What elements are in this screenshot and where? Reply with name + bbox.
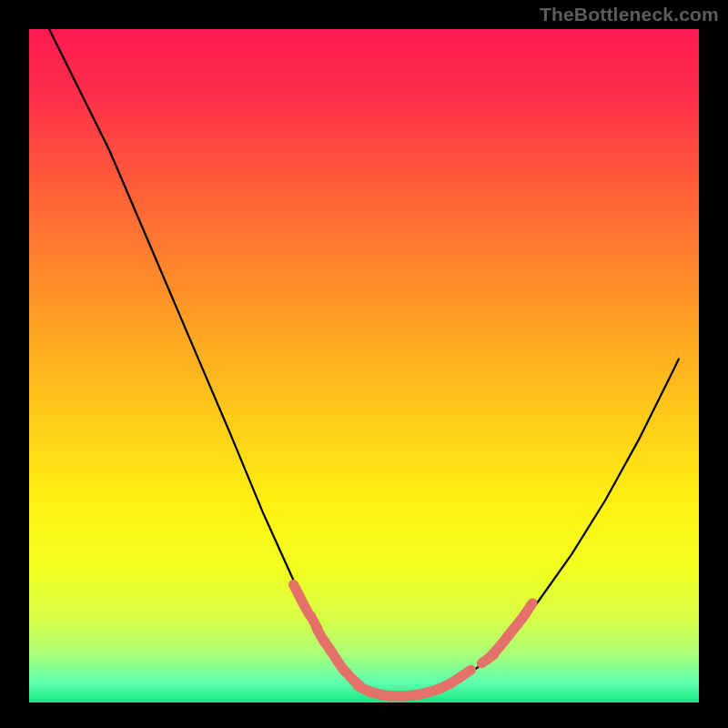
chart-stage: TheBottleneck.com — [0, 0, 728, 728]
watermark-text: TheBottleneck.com — [540, 4, 719, 25]
gradient-background — [29, 29, 699, 703]
marker-highlight-markers — [458, 670, 470, 678]
bottleneck-chart — [0, 0, 728, 728]
